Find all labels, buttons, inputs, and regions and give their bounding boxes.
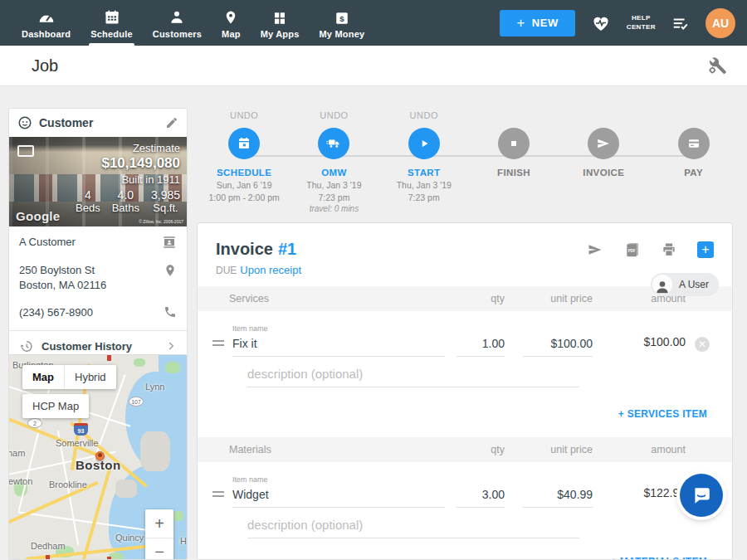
customer-face-icon (17, 115, 32, 130)
timeline-step-schedule: UNDO SCHEDULE Sun, Jan 6 '19 1:00 pm - 2… (199, 110, 289, 213)
omw-truck-icon[interactable] (318, 128, 349, 159)
nav-item-customers[interactable]: Customers (143, 0, 212, 46)
page-header: Job (0, 46, 747, 86)
chat-icon (691, 485, 712, 506)
add-services-item-link[interactable]: + SERVICES ITEM (618, 408, 707, 420)
customer-phone-row: (234) 567-8900 (9, 297, 187, 330)
assignee-name: A User (679, 279, 709, 290)
invoice-send-icon[interactable] (588, 128, 619, 159)
job-tools-icon[interactable] (707, 56, 727, 75)
user-avatar[interactable]: AU (706, 8, 735, 38)
step-date: Sun, Jan 6 '19 (217, 180, 272, 190)
plus-icon: + (516, 15, 525, 32)
start-play-icon[interactable] (408, 128, 440, 159)
new-button[interactable]: + NEW (500, 10, 574, 37)
schedule-icon (104, 7, 120, 26)
service-description-input[interactable] (247, 368, 579, 387)
invoice-actions: PDF + (586, 241, 714, 258)
map-transit-marker (107, 557, 111, 559)
undo-link[interactable]: UNDO (410, 110, 438, 122)
finish-stop-icon[interactable] (498, 128, 530, 159)
help-center-line2: CENTER (627, 23, 656, 32)
send-invoice-icon[interactable] (586, 241, 604, 258)
schedule-step-icon[interactable] (228, 128, 260, 159)
help-center-line1: HELP (627, 14, 656, 22)
map-label-brookline: Brookline (49, 480, 87, 489)
material-unit-price-input[interactable] (523, 488, 593, 508)
zestimate-value: $10,149,080 (76, 155, 180, 172)
contact-card-icon[interactable] (162, 235, 177, 250)
map-type-hybrid-button[interactable]: Hybrid (64, 365, 116, 389)
tasks-list-icon[interactable] (671, 14, 691, 32)
add-invoice-button[interactable]: + (697, 241, 714, 258)
nav-item-map[interactable]: Map (212, 0, 251, 46)
map-zoom-in-button[interactable]: + (145, 509, 173, 538)
phone-icon[interactable] (164, 305, 177, 319)
map-transit-marker (46, 555, 50, 559)
map-park (134, 358, 145, 367)
drag-handle-icon[interactable] (212, 489, 232, 508)
customer-history-label: Customer History (42, 340, 157, 353)
hcp-map-button[interactable]: HCP Map (22, 394, 89, 418)
customer-name: A Customer (19, 235, 162, 250)
nav-item-schedule[interactable]: Schedule (81, 0, 143, 46)
add-materials-item-link[interactable]: + MATERIALS ITEM (611, 556, 707, 560)
step-date: Thu, Jan 3 '19 (397, 180, 452, 190)
print-icon[interactable] (661, 241, 677, 258)
step-label: OMW (321, 168, 347, 178)
page-title: Job (32, 56, 58, 75)
delete-item-icon[interactable]: ✕ (695, 337, 710, 352)
material-description-input[interactable] (247, 519, 579, 538)
job-timeline: UNDO SCHEDULE Sun, Jan 6 '19 1:00 pm - 2… (199, 110, 739, 217)
service-qty-input[interactable] (456, 337, 505, 357)
step-label: SCHEDULE (217, 168, 271, 178)
invoice-number[interactable]: #1 (278, 240, 296, 258)
assigned-user-chip[interactable]: A User (651, 273, 719, 296)
chat-bubble-button[interactable] (680, 474, 723, 517)
map-label-hingham: Hi (180, 536, 187, 546)
undo-link[interactable]: UNDO (230, 110, 258, 122)
invoice-due-row: DUEUpon receipt (216, 264, 719, 276)
services-section-label: Services (229, 293, 456, 304)
due-terms-link[interactable]: Upon receipt (240, 264, 301, 276)
qty-column-header: qty (456, 444, 505, 455)
edit-pencil-icon[interactable] (165, 116, 178, 129)
help-center-button[interactable]: HELP CENTER (627, 14, 656, 32)
undo-link[interactable]: UNDO (320, 110, 348, 122)
customer-address: 250 Boylston St Boston, MA 02116 (19, 263, 164, 292)
property-photo[interactable]: Zestimate $10,149,080 Built in 1911 4Bed… (9, 137, 187, 226)
step-time: 7:23 pm (318, 192, 349, 202)
map-type-map-button[interactable]: Map (22, 365, 64, 389)
customer-address-row: 250 Boylston St Boston, MA 02116 (9, 255, 187, 297)
add-services-row: + SERVICES ITEM (198, 387, 732, 437)
service-item-name-input[interactable] (232, 337, 445, 357)
nav-label: Customers (153, 29, 202, 39)
material-qty-input[interactable] (456, 488, 505, 508)
service-item-row: Item name $100.00 ✕ (198, 311, 732, 357)
service-unit-price-input[interactable] (523, 337, 593, 357)
nav-item-my-apps[interactable]: My Apps (251, 0, 310, 46)
nav-item-my-money[interactable]: $ My Money (310, 0, 375, 46)
material-item-name-input[interactable] (232, 488, 445, 508)
apps-grid-icon (272, 7, 287, 26)
material-item-row: Item name $122.97 (198, 462, 732, 508)
route-2-shield: 2 (27, 418, 42, 428)
customer-name-row: A Customer (9, 226, 187, 255)
map-label-waltham: ham (9, 448, 25, 458)
customer-card-header: Customer (9, 109, 187, 137)
zillow-copyright: © Zillow, Inc. 2006-2017 (139, 219, 183, 224)
due-label: DUE (216, 265, 237, 276)
map-land-patch (115, 480, 137, 498)
location-pin-icon[interactable] (164, 263, 177, 278)
step-time: 7:23 pm (408, 192, 440, 202)
pdf-icon[interactable]: PDF (624, 241, 641, 258)
map-zoom-control: + − (145, 509, 173, 560)
map-zoom-out-button[interactable]: − (145, 538, 173, 560)
material-amount: $122.97 (611, 486, 686, 508)
pay-card-icon[interactable] (678, 128, 710, 159)
nav-item-dashboard[interactable]: Dashboard (12, 0, 81, 46)
map-type-control: Map Hybrid (22, 365, 116, 389)
map-park (165, 362, 180, 373)
health-heart-icon[interactable] (590, 13, 612, 33)
drag-handle-icon[interactable] (212, 338, 232, 357)
